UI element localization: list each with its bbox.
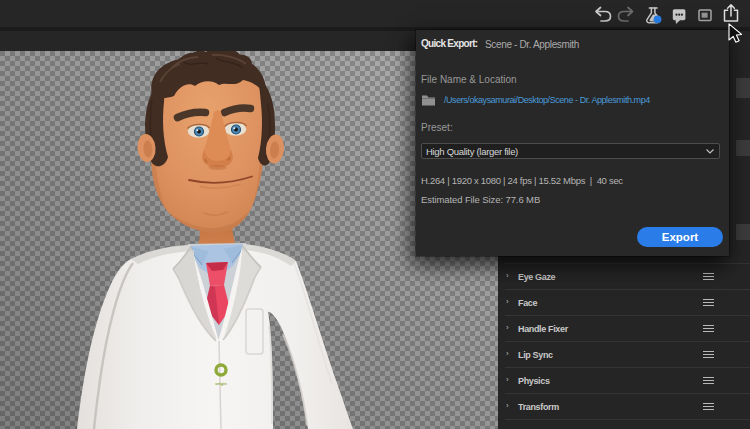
svg-text:origin: origin [215,381,227,386]
